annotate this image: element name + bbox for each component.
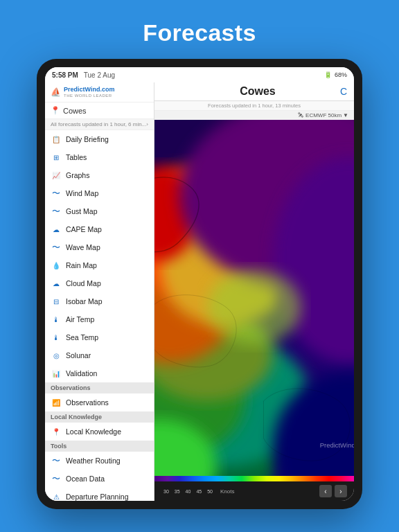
sidebar-item-cloud-map[interactable]: ☁ Cloud Map: [45, 274, 154, 292]
tables-icon: ⊞: [51, 152, 62, 163]
scale-45: 45: [194, 489, 204, 494]
sidebar-label-rain-map: Rain Map: [66, 261, 97, 269]
sidebar-item-rain-map[interactable]: 💧 Rain Map: [45, 256, 154, 274]
tablet-frame: 5:58 PM Tue 2 Aug 🔋 68% ⛵ PredictWind.co…: [37, 59, 362, 509]
status-date: Tue 2 Aug: [84, 71, 115, 79]
map-svg: PredictWind.com: [154, 120, 354, 476]
air-temp-icon: 🌡: [51, 314, 62, 325]
brand: PredictWind.com THE WORLD LEADER: [64, 87, 114, 98]
sidebar-item-solunar[interactable]: ◎ Solunar: [45, 346, 154, 364]
weather-map[interactable]: PredictWind.com: [154, 120, 354, 476]
sidebar-item-wind-map[interactable]: 〜 Wind Map: [45, 184, 154, 202]
weather-routing-icon: 〜: [51, 455, 62, 466]
status-bar-right: 🔋 68%: [324, 71, 347, 78]
update-notice-text: All forecasts updated in 1 hour, 6 min..…: [51, 121, 146, 127]
sidebar-item-local-knowledge[interactable]: 📍 Local Knowledge: [45, 423, 154, 441]
refresh-icon[interactable]: C: [340, 86, 347, 97]
wind-map-icon: 〜: [51, 188, 62, 199]
sidebar-location: Cowes: [63, 107, 87, 115]
forecast-update-bar: Forecasts updated in 1 hour, 13 minutes: [154, 101, 354, 111]
graphs-icon: 📈: [51, 170, 62, 181]
sidebar-item-air-temp[interactable]: 🌡 Air Temp: [45, 310, 154, 328]
next-arrow[interactable]: ›: [335, 485, 347, 497]
sidebar-item-isobar-map[interactable]: ⊟ Isobar Map: [45, 292, 154, 310]
sidebar-item-weather-routing[interactable]: 〜 Weather Routing: [45, 452, 154, 470]
status-bar: 5:58 PM Tue 2 Aug 🔋 68%: [45, 67, 354, 82]
sea-temp-icon: 🌡: [51, 332, 62, 343]
sidebar-item-ocean-data[interactable]: 〜 Ocean Data: [45, 470, 154, 488]
observations-icon: 📶: [51, 397, 62, 408]
location-pin-icon: 📍: [51, 106, 60, 115]
brand-tagline: THE WORLD LEADER: [64, 94, 114, 98]
ocean-data-icon: 〜: [51, 473, 62, 484]
prev-arrow[interactable]: ‹: [319, 485, 332, 497]
sidebar-label-isobar-map: Isobar Map: [66, 297, 103, 305]
forecast-update-text: Forecasts updated in 1 hour, 13 minutes: [208, 103, 301, 109]
model-dropdown-icon[interactable]: ▼: [343, 112, 348, 118]
sidebar-label-gust-map: Gust Map: [66, 207, 98, 215]
sidebar-item-wave-map[interactable]: 〜 Wave Map: [45, 238, 154, 256]
sidebar-item-gust-map[interactable]: 〜 Gust Map: [45, 202, 154, 220]
sidebar-item-cape-map[interactable]: ☁ CAPE Map: [45, 220, 154, 238]
chevron-right-icon: ›: [146, 121, 148, 127]
sidebar-label-validation: Validation: [66, 369, 97, 378]
scale-35: 35: [172, 489, 182, 494]
brand-logo-icon: ⛵: [51, 87, 61, 97]
sidebar-item-graphs[interactable]: 📈 Graphs: [45, 166, 154, 184]
section-header-observations: Observations: [45, 382, 154, 393]
sidebar-label-departure-planning: Departure Planning: [66, 493, 128, 501]
sidebar-label-observations: Observations: [66, 398, 109, 407]
scale-30: 30: [161, 489, 171, 494]
cloud-map-icon: ☁: [51, 278, 62, 289]
rain-map-icon: 💧: [51, 260, 62, 271]
sidebar-label-weather-routing: Weather Routing: [66, 456, 121, 465]
validation-icon: 📊: [51, 368, 62, 379]
update-banner: All forecasts updated in 1 hour, 6 min..…: [45, 119, 154, 130]
local-knowledge-icon: 📍: [51, 426, 62, 437]
sidebar-label-cloud-map: Cloud Map: [66, 279, 101, 287]
app-content: ⛵ PredictWind.com THE WORLD LEADER 📍 Cow…: [45, 82, 354, 501]
sidebar-item-validation[interactable]: 📊 Validation: [45, 364, 154, 382]
sidebar-label-wind-map: Wind Map: [66, 189, 98, 197]
cape-map-icon: ☁: [51, 224, 62, 235]
scale-50: 50: [205, 489, 215, 494]
battery-level: 68%: [335, 71, 347, 78]
location-bar[interactable]: 📍 Cowes: [45, 103, 154, 119]
bottom-bar: 30 35 40 45 50 Knots ‹ ›: [154, 481, 354, 501]
wave-map-icon: 〜: [51, 242, 62, 253]
brand-name: PredictWind.com: [64, 87, 114, 94]
sidebar-label-sea-temp: Sea Temp: [66, 333, 98, 342]
isobar-map-icon: ⊟: [51, 296, 62, 307]
navigation-arrows: ‹ ›: [319, 485, 347, 497]
daily-briefing-icon: 📋: [51, 134, 62, 145]
scale-labels: 30 35 40 45 50 Knots: [161, 488, 234, 495]
sidebar-label-daily-briefing: Daily Briefing: [66, 135, 109, 143]
sidebar-label-solunar: Solunar: [66, 351, 91, 360]
scale-40: 40: [184, 489, 193, 494]
main-header: Cowes C: [154, 82, 354, 101]
sidebar-label-local-knowledge: Local Knowledge: [66, 427, 121, 436]
sidebar-label-wave-map: Wave Map: [66, 243, 100, 251]
unit-label: Knots: [220, 488, 234, 495]
tablet-screen: 5:58 PM Tue 2 Aug 🔋 68% ⛵ PredictWind.co…: [45, 67, 354, 501]
svg-point-15: [207, 269, 301, 344]
battery-icon: 🔋: [324, 71, 332, 78]
color-scale-bar: [154, 476, 354, 481]
sidebar-item-departure-planning[interactable]: ⚠ Departure Planning: [45, 488, 154, 501]
section-header-local-knowledge: Local Knowledge: [45, 411, 154, 423]
sidebar-item-observations[interactable]: 📶 Observations: [45, 393, 154, 411]
sidebar-item-sea-temp[interactable]: 🌡 Sea Temp: [45, 328, 154, 346]
section-header-tools: Tools: [45, 441, 154, 452]
sidebar-label-graphs: Graphs: [66, 171, 89, 179]
sidebar-menu: 📋 Daily Briefing ⊞ Tables 📈 Graphs 〜 Win…: [45, 130, 154, 382]
sidebar-label-cape-map: CAPE Map: [66, 225, 102, 233]
main-header-controls: C: [340, 86, 347, 97]
satellite-icon: 🛰: [298, 112, 303, 118]
sidebar-item-daily-briefing[interactable]: 📋 Daily Briefing: [45, 130, 154, 148]
svg-text:PredictWind.com: PredictWind.com: [320, 441, 354, 449]
main-location-title: Cowes: [175, 85, 340, 98]
sidebar-label-air-temp: Air Temp: [66, 315, 94, 323]
status-time: 5:58 PM: [52, 71, 78, 79]
sidebar-item-tables[interactable]: ⊞ Tables: [45, 148, 154, 166]
sidebar-label-tables: Tables: [66, 153, 87, 161]
